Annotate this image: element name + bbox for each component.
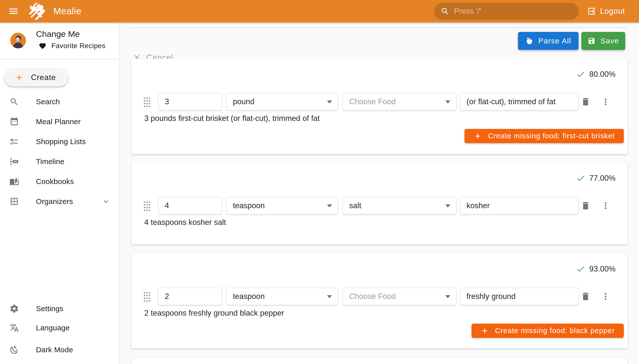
- avatar[interactable]: [10, 33, 26, 48]
- trash-icon: [581, 97, 591, 107]
- ingredient-card-partial: [131, 358, 628, 364]
- create-button[interactable]: Create: [4, 68, 68, 86]
- ingredient-card: 80.00% 3 pound Choose Food (or flat-cut)…: [131, 58, 628, 154]
- top-app-bar: Mealie Press '/' Logout: [0, 0, 639, 22]
- ingredient-fields-row: 3 pound Choose Food (or flat-cut), trimm…: [131, 93, 628, 110]
- sidebar-item-dark-mode[interactable]: Dark Mode: [0, 340, 119, 360]
- original-ingredient-text: 4 teaspoons kosher salt: [144, 218, 226, 227]
- kebab-menu-icon: [600, 97, 610, 107]
- timeline-icon: [10, 157, 19, 166]
- confidence-value: 93.00%: [589, 264, 615, 274]
- translate-icon: [10, 323, 19, 332]
- sidebar-item-search[interactable]: Search: [0, 92, 119, 112]
- delete-button[interactable]: [579, 199, 593, 213]
- more-options-button[interactable]: [598, 290, 612, 304]
- gear-icon: [10, 304, 19, 314]
- user-name: Change Me: [36, 29, 80, 39]
- calendar-icon: [10, 117, 19, 126]
- sidebar-item-meal-planner[interactable]: Meal Planner: [0, 112, 119, 132]
- dropdown-caret-icon: [327, 295, 332, 298]
- confidence-value: 77.00%: [589, 174, 615, 183]
- more-options-button[interactable]: [598, 199, 612, 213]
- quantity-input[interactable]: 3: [158, 93, 222, 110]
- original-ingredient-text: 2 teaspoons freshly ground black pepper: [144, 309, 284, 318]
- food-select[interactable]: salt: [342, 197, 457, 214]
- quantity-input[interactable]: 4: [158, 197, 222, 214]
- sidebar-divider: [0, 59, 119, 60]
- content-divider: [130, 28, 627, 28]
- confidence-badge: 93.00%: [576, 264, 615, 274]
- create-missing-food-button[interactable]: Create missing food: first-cut brisket: [465, 129, 624, 143]
- food-select[interactable]: Choose Food: [342, 93, 457, 110]
- menu-icon[interactable]: [8, 6, 19, 17]
- confidence-badge: 80.00%: [576, 70, 615, 79]
- plus-icon: [474, 132, 482, 140]
- sidebar: Change Me Favorite Recipes Create Search…: [0, 22, 120, 364]
- unit-select[interactable]: teaspoon: [226, 288, 338, 305]
- food-select[interactable]: Choose Food: [342, 288, 457, 305]
- cabinet-icon: [10, 197, 19, 206]
- delete-button[interactable]: [579, 95, 593, 109]
- favorite-recipes-link[interactable]: Favorite Recipes: [39, 42, 105, 50]
- trash-icon: [581, 292, 591, 302]
- ingredient-fields-row: 4 teaspoon salt kosher: [131, 197, 628, 214]
- plus-icon: [15, 73, 24, 82]
- more-options-button[interactable]: [598, 95, 612, 109]
- trash-icon: [581, 201, 591, 211]
- ingredient-parser-panel: Cancel Parse All Save 80.00% 3 pound Cho…: [120, 22, 639, 364]
- search-input[interactable]: Press '/': [434, 3, 579, 20]
- save-icon: [588, 37, 595, 45]
- heart-icon: [39, 42, 46, 50]
- note-input[interactable]: freshly ground: [460, 288, 579, 305]
- checklist-icon: [10, 137, 19, 146]
- quantity-input[interactable]: 2: [158, 288, 222, 305]
- drag-handle-icon[interactable]: [143, 200, 150, 212]
- dropdown-caret-icon: [327, 100, 332, 104]
- unit-select[interactable]: pound: [226, 93, 338, 110]
- delete-button[interactable]: [579, 290, 593, 304]
- book-icon: [10, 177, 19, 186]
- check-icon: [576, 264, 585, 274]
- kebab-menu-icon: [600, 292, 610, 302]
- sidebar-item-timeline[interactable]: Timeline: [0, 152, 119, 172]
- original-ingredient-text: 3 pounds first-cut brisket (or flat-cut)…: [144, 114, 320, 123]
- dropdown-caret-icon: [445, 204, 450, 208]
- search-placeholder: Press '/': [454, 7, 481, 16]
- sidebar-item-settings[interactable]: Settings: [0, 299, 119, 318]
- create-missing-food-button[interactable]: Create missing food: black pepper: [472, 324, 624, 338]
- confidence-badge: 77.00%: [576, 174, 615, 183]
- drag-handle-icon[interactable]: [143, 96, 150, 108]
- sidebar-item-organizers[interactable]: Organizers: [0, 192, 119, 212]
- dropdown-caret-icon: [445, 100, 450, 104]
- confidence-value: 80.00%: [589, 70, 615, 79]
- apple-icon: [525, 37, 533, 45]
- ingredient-card: 77.00% 4 teaspoon salt kosher 4 teaspoon…: [131, 162, 628, 244]
- drag-handle-icon[interactable]: [143, 291, 150, 302]
- app-title[interactable]: Mealie: [53, 6, 81, 16]
- mealie-logo-icon[interactable]: [28, 3, 45, 20]
- search-icon: [441, 7, 450, 16]
- note-input[interactable]: kosher: [460, 197, 579, 214]
- moon-stars-icon: [10, 345, 19, 354]
- dropdown-caret-icon: [445, 295, 450, 298]
- parse-all-button[interactable]: Parse All: [518, 32, 579, 50]
- check-icon: [576, 70, 585, 79]
- dropdown-caret-icon: [327, 204, 332, 208]
- unit-select[interactable]: teaspoon: [226, 197, 338, 214]
- logout-button[interactable]: Logout: [587, 4, 625, 18]
- sidebar-item-cookbooks[interactable]: Cookbooks: [0, 172, 119, 192]
- check-icon: [576, 174, 585, 183]
- chevron-down-icon: [102, 197, 110, 206]
- kebab-menu-icon: [600, 201, 610, 211]
- ingredient-card: 93.00% 2 teaspoon Choose Food freshly gr…: [131, 253, 628, 348]
- search-icon: [10, 97, 19, 106]
- note-input[interactable]: (or flat-cut), trimmed of fat: [460, 93, 579, 110]
- ingredient-fields-row: 2 teaspoon Choose Food freshly ground: [131, 288, 628, 305]
- save-button[interactable]: Save: [581, 32, 625, 50]
- plus-icon: [481, 326, 489, 335]
- sidebar-item-language[interactable]: Language: [0, 318, 119, 338]
- logout-icon: [587, 7, 596, 16]
- sidebar-item-shopping-lists[interactable]: Shopping Lists: [0, 132, 119, 152]
